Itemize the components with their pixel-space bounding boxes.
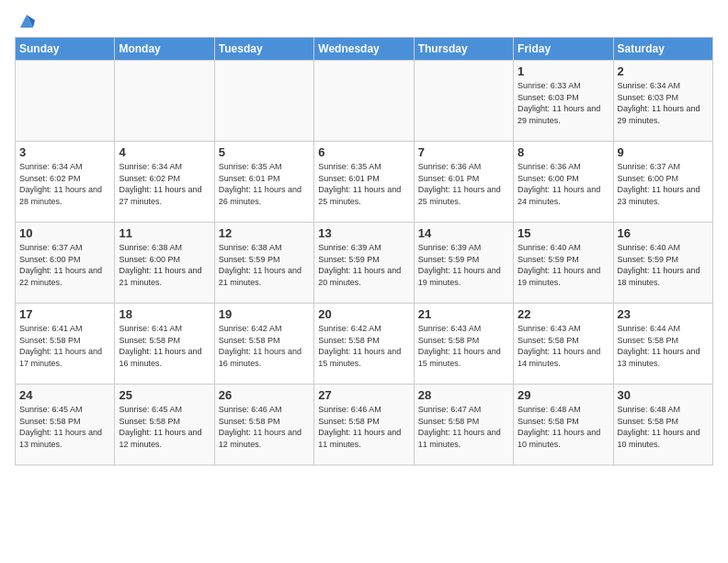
cell-info: Sunrise: 6:38 AM Sunset: 6:00 PM Dayligh… [119, 242, 210, 288]
calendar-day-cell: 7Sunrise: 6:36 AM Sunset: 6:01 PM Daylig… [414, 142, 513, 223]
day-number: 15 [518, 226, 609, 240]
page: SundayMondayTuesdayWednesdayThursdayFrid… [0, 0, 728, 480]
calendar-table: SundayMondayTuesdayWednesdayThursdayFrid… [15, 37, 713, 465]
cell-info: Sunrise: 6:38 AM Sunset: 5:59 PM Dayligh… [219, 242, 310, 288]
cell-info: Sunrise: 6:37 AM Sunset: 6:00 PM Dayligh… [618, 161, 709, 207]
day-number: 4 [119, 145, 210, 159]
cell-info: Sunrise: 6:36 AM Sunset: 6:00 PM Dayligh… [518, 161, 609, 207]
cell-info: Sunrise: 6:42 AM Sunset: 5:58 PM Dayligh… [219, 323, 310, 369]
cell-info: Sunrise: 6:44 AM Sunset: 5:58 PM Dayligh… [618, 323, 709, 369]
header-row: SundayMondayTuesdayWednesdayThursdayFrid… [16, 38, 713, 61]
cell-info: Sunrise: 6:35 AM Sunset: 6:01 PM Dayligh… [318, 161, 409, 207]
cell-info: Sunrise: 6:47 AM Sunset: 5:58 PM Dayligh… [418, 404, 509, 450]
cell-info: Sunrise: 6:46 AM Sunset: 5:58 PM Dayligh… [219, 404, 310, 450]
calendar-day-cell [214, 61, 313, 142]
calendar-day-cell: 3Sunrise: 6:34 AM Sunset: 6:02 PM Daylig… [16, 142, 115, 223]
calendar-day-cell: 29Sunrise: 6:48 AM Sunset: 5:58 PM Dayli… [514, 385, 613, 465]
weekday-header: Wednesday [314, 38, 414, 61]
calendar-day-cell: 14Sunrise: 6:39 AM Sunset: 5:59 PM Dayli… [414, 223, 513, 304]
cell-info: Sunrise: 6:48 AM Sunset: 5:58 PM Dayligh… [618, 404, 709, 450]
cell-info: Sunrise: 6:48 AM Sunset: 5:58 PM Dayligh… [518, 404, 609, 450]
calendar-day-cell: 16Sunrise: 6:40 AM Sunset: 5:59 PM Dayli… [613, 223, 712, 304]
calendar-day-cell: 30Sunrise: 6:48 AM Sunset: 5:58 PM Dayli… [613, 385, 712, 465]
calendar-day-cell: 12Sunrise: 6:38 AM Sunset: 5:59 PM Dayli… [214, 223, 313, 304]
day-number: 24 [19, 388, 110, 402]
day-number: 5 [219, 145, 310, 159]
cell-info: Sunrise: 6:45 AM Sunset: 5:58 PM Dayligh… [119, 404, 210, 450]
day-number: 17 [19, 307, 110, 321]
weekday-header: Saturday [613, 38, 712, 61]
cell-info: Sunrise: 6:36 AM Sunset: 6:01 PM Dayligh… [418, 161, 509, 207]
calendar-day-cell: 2Sunrise: 6:34 AM Sunset: 6:03 PM Daylig… [613, 61, 712, 142]
day-number: 25 [119, 388, 210, 402]
calendar-day-cell: 18Sunrise: 6:41 AM Sunset: 5:58 PM Dayli… [115, 304, 214, 385]
calendar-day-cell: 8Sunrise: 6:36 AM Sunset: 6:00 PM Daylig… [514, 142, 613, 223]
calendar-day-cell: 6Sunrise: 6:35 AM Sunset: 6:01 PM Daylig… [314, 142, 414, 223]
day-number: 7 [418, 145, 509, 159]
calendar-week-row: 10Sunrise: 6:37 AM Sunset: 6:00 PM Dayli… [16, 223, 713, 304]
calendar-day-cell: 19Sunrise: 6:42 AM Sunset: 5:58 PM Dayli… [214, 304, 313, 385]
cell-info: Sunrise: 6:43 AM Sunset: 5:58 PM Dayligh… [418, 323, 509, 369]
day-number: 20 [318, 307, 409, 321]
calendar-day-cell: 15Sunrise: 6:40 AM Sunset: 5:59 PM Dayli… [514, 223, 613, 304]
day-number: 18 [119, 307, 210, 321]
calendar-week-row: 24Sunrise: 6:45 AM Sunset: 5:58 PM Dayli… [16, 385, 713, 465]
day-number: 12 [219, 226, 310, 240]
weekday-header: Tuesday [214, 38, 313, 61]
calendar-day-cell: 28Sunrise: 6:47 AM Sunset: 5:58 PM Dayli… [414, 385, 513, 465]
weekday-header: Thursday [414, 38, 513, 61]
logo-icon [17, 11, 37, 31]
header [15, 15, 713, 26]
day-number: 22 [518, 307, 609, 321]
day-number: 27 [318, 388, 409, 402]
day-number: 21 [418, 307, 509, 321]
calendar-day-cell: 4Sunrise: 6:34 AM Sunset: 6:02 PM Daylig… [115, 142, 214, 223]
calendar-day-cell: 21Sunrise: 6:43 AM Sunset: 5:58 PM Dayli… [414, 304, 513, 385]
cell-info: Sunrise: 6:37 AM Sunset: 6:00 PM Dayligh… [19, 242, 110, 288]
calendar-day-cell [414, 61, 513, 142]
calendar-day-cell: 27Sunrise: 6:46 AM Sunset: 5:58 PM Dayli… [314, 385, 414, 465]
calendar-day-cell: 1Sunrise: 6:33 AM Sunset: 6:03 PM Daylig… [514, 61, 613, 142]
calendar-day-cell: 17Sunrise: 6:41 AM Sunset: 5:58 PM Dayli… [16, 304, 115, 385]
day-number: 16 [618, 226, 709, 240]
day-number: 3 [19, 145, 110, 159]
day-number: 30 [618, 388, 709, 402]
cell-info: Sunrise: 6:41 AM Sunset: 5:58 PM Dayligh… [119, 323, 210, 369]
cell-info: Sunrise: 6:40 AM Sunset: 5:59 PM Dayligh… [618, 242, 709, 288]
cell-info: Sunrise: 6:40 AM Sunset: 5:59 PM Dayligh… [518, 242, 609, 288]
calendar-day-cell: 13Sunrise: 6:39 AM Sunset: 5:59 PM Dayli… [314, 223, 414, 304]
logo [15, 15, 37, 26]
calendar-week-row: 1Sunrise: 6:33 AM Sunset: 6:03 PM Daylig… [16, 61, 713, 142]
day-number: 23 [618, 307, 709, 321]
cell-info: Sunrise: 6:41 AM Sunset: 5:58 PM Dayligh… [19, 323, 110, 369]
day-number: 9 [618, 145, 709, 159]
day-number: 2 [618, 64, 709, 78]
weekday-header: Monday [115, 38, 214, 61]
calendar-day-cell: 5Sunrise: 6:35 AM Sunset: 6:01 PM Daylig… [214, 142, 313, 223]
cell-info: Sunrise: 6:46 AM Sunset: 5:58 PM Dayligh… [318, 404, 409, 450]
calendar-day-cell: 25Sunrise: 6:45 AM Sunset: 5:58 PM Dayli… [115, 385, 214, 465]
calendar-day-cell: 9Sunrise: 6:37 AM Sunset: 6:00 PM Daylig… [613, 142, 712, 223]
day-number: 29 [518, 388, 609, 402]
day-number: 1 [518, 64, 609, 78]
calendar-day-cell: 23Sunrise: 6:44 AM Sunset: 5:58 PM Dayli… [613, 304, 712, 385]
day-number: 13 [318, 226, 409, 240]
cell-info: Sunrise: 6:34 AM Sunset: 6:03 PM Dayligh… [618, 80, 709, 126]
calendar-day-cell: 22Sunrise: 6:43 AM Sunset: 5:58 PM Dayli… [514, 304, 613, 385]
cell-info: Sunrise: 6:33 AM Sunset: 6:03 PM Dayligh… [518, 80, 609, 126]
calendar-day-cell: 24Sunrise: 6:45 AM Sunset: 5:58 PM Dayli… [16, 385, 115, 465]
calendar-day-cell [16, 61, 115, 142]
day-number: 26 [219, 388, 310, 402]
day-number: 19 [219, 307, 310, 321]
day-number: 8 [518, 145, 609, 159]
cell-info: Sunrise: 6:34 AM Sunset: 6:02 PM Dayligh… [119, 161, 210, 207]
calendar-day-cell: 26Sunrise: 6:46 AM Sunset: 5:58 PM Dayli… [214, 385, 313, 465]
cell-info: Sunrise: 6:39 AM Sunset: 5:59 PM Dayligh… [318, 242, 409, 288]
day-number: 6 [318, 145, 409, 159]
calendar-day-cell: 11Sunrise: 6:38 AM Sunset: 6:00 PM Dayli… [115, 223, 214, 304]
day-number: 11 [119, 226, 210, 240]
cell-info: Sunrise: 6:39 AM Sunset: 5:59 PM Dayligh… [418, 242, 509, 288]
calendar-week-row: 17Sunrise: 6:41 AM Sunset: 5:58 PM Dayli… [16, 304, 713, 385]
cell-info: Sunrise: 6:45 AM Sunset: 5:58 PM Dayligh… [19, 404, 110, 450]
calendar-day-cell: 20Sunrise: 6:42 AM Sunset: 5:58 PM Dayli… [314, 304, 414, 385]
